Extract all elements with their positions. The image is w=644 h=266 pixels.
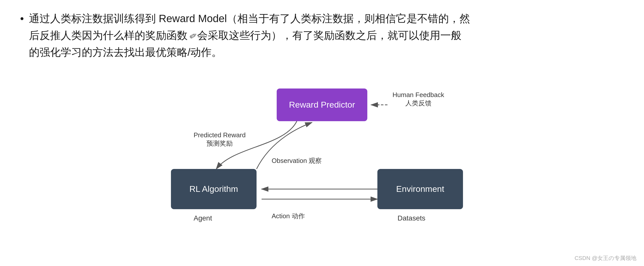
diagram-container: Reward Predictor RL Algorithm Environmen… xyxy=(121,76,523,232)
reward-predictor-label: Reward Predictor xyxy=(289,100,355,110)
bullet-text-block: • 通过人类标注数据训练得到 Reward Model（相当于有了人类标注数据，… xyxy=(20,10,624,61)
observation-label: Observation 观察 xyxy=(272,156,322,165)
agent-label: Agent xyxy=(194,214,212,222)
action-label: Action 动作 xyxy=(272,212,305,220)
rl-algorithm-label: RL Algorithm xyxy=(189,184,238,194)
environment-box: Environment xyxy=(377,169,463,209)
datasets-label: Datasets xyxy=(398,214,425,222)
reward-predictor-box: Reward Predictor xyxy=(277,88,367,121)
text-line1: 通过人类标注数据训练得到 Reward Model（相当于有了人类标注数据，则相… xyxy=(29,13,470,24)
environment-label: Environment xyxy=(396,184,444,194)
text-line2: 后反推人类因为什么样的奖励函数 xyxy=(29,29,188,41)
text-line2b: 会采取这些行为），有了奖励函数之后，就可以使用一般 xyxy=(197,29,461,41)
bullet-text-content: 通过人类标注数据训练得到 Reward Model（相当于有了人类标注数据，则相… xyxy=(29,10,624,61)
bullet-dot: • xyxy=(20,10,24,61)
human-feedback-label: Human Feedback 人类反馈 xyxy=(392,91,444,108)
text-line3: 的强化学习的方法去找出最优策略/动作。 xyxy=(29,46,222,58)
predicted-reward-label: Predicted Reward 预测奖励 xyxy=(194,131,246,148)
watermark: CSDN @女王の专属领地 xyxy=(575,254,636,262)
main-content: • 通过人类标注数据训练得到 Reward Model（相当于有了人类标注数据，… xyxy=(0,0,644,239)
rl-algorithm-box: RL Algorithm xyxy=(171,169,257,209)
